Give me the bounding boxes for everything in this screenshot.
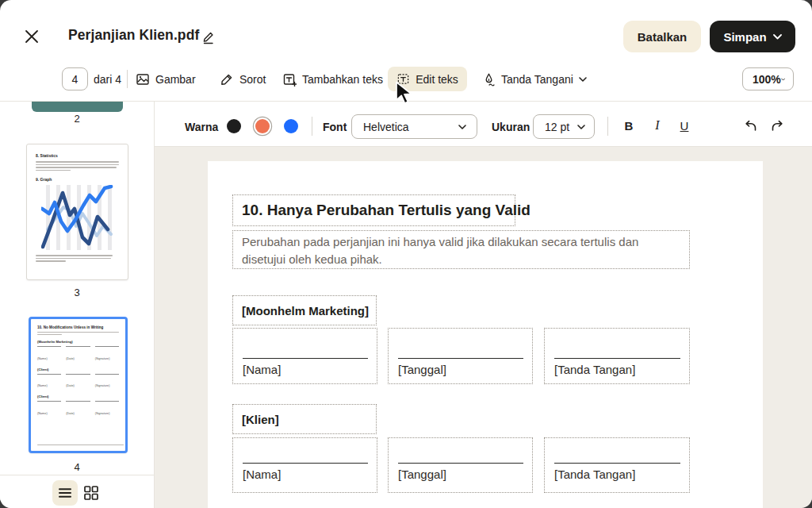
editable-field-box-signature-2[interactable]: [Tanda Tangan] (544, 437, 690, 493)
thumb4-signature-row: (Name) (Date) (Signature) (37, 374, 119, 391)
grid-view-icon (84, 486, 98, 500)
tool-highlight[interactable]: Sorot (220, 71, 266, 88)
grid-view-button[interactable] (83, 485, 99, 501)
editable-field-box-signature-1[interactable]: [Tanda Tangan] (544, 328, 690, 384)
thumb3-heading-statistics: 8. Statistics (36, 153, 119, 158)
tool-sign[interactable]: Tanda Tangani (481, 71, 587, 88)
thumbnail-sidebar: 2 8. Statistics 9. Graph 3 10. No Modifi… (0, 102, 155, 508)
field-date-1: [Tanggal] (398, 363, 446, 376)
thumb4-signature-row: (Name) (Date) (Signature) (37, 401, 119, 418)
color-swatch-orange-selected[interactable] (255, 119, 270, 133)
thumb4-party-2: (Client) (37, 368, 119, 371)
font-value: Helvetica (363, 121, 409, 133)
page-number-input[interactable] (62, 67, 88, 90)
zoom-value: 100% (753, 73, 781, 86)
pen-nib-icon (481, 72, 496, 87)
signature-line (398, 463, 523, 464)
color-label: Warna (185, 121, 218, 133)
bold-button[interactable]: B (619, 115, 639, 136)
editable-party-box[interactable]: [Moonhelm Marketing] (232, 295, 377, 325)
thumbnail-page-4-selected[interactable]: 10. No Modifications Unless in Writing (… (29, 317, 128, 453)
tool-image-label: Gambar (155, 73, 196, 86)
chevron-down-icon (773, 34, 782, 40)
zoom-select[interactable]: 100% (742, 67, 794, 90)
chevron-down-icon (579, 77, 587, 82)
italic-button[interactable]: I (647, 115, 668, 136)
editable-field-box-date-1[interactable]: [Tanggal] (388, 328, 533, 384)
font-select[interactable]: Helvetica (351, 114, 477, 139)
pencil-icon (201, 29, 216, 44)
editable-party-box[interactable]: [Klien] (232, 404, 377, 434)
signature-line (554, 358, 680, 359)
rename-button[interactable] (201, 29, 216, 48)
field-signature-1: [Tanda Tangan] (554, 363, 635, 376)
tool-add-text[interactable]: Tambahkan teks (282, 71, 383, 88)
thumb4-name-label: (Name) (37, 384, 48, 387)
font-label: Font (323, 121, 347, 133)
undo-icon (742, 117, 758, 133)
save-button-label: Simpan (723, 30, 766, 44)
color-swatch-blue[interactable] (284, 119, 298, 133)
editable-heading-box[interactable]: 10. Hanya Perubahan Tertulis yang Valid (232, 194, 515, 226)
format-divider (607, 117, 608, 136)
list-view-button[interactable] (52, 480, 78, 506)
save-button[interactable]: Simpan (710, 21, 795, 52)
cancel-button-label: Batalkan (638, 30, 688, 44)
color-swatch-black[interactable] (227, 119, 241, 133)
close-icon (24, 29, 40, 44)
field-name-1: [Nama] (243, 363, 281, 376)
doc-heading: 10. Hanya Perubahan Tertulis yang Valid (242, 202, 530, 219)
italic-label: I (655, 118, 659, 133)
image-icon (136, 72, 150, 87)
thumbnail-page-2[interactable] (32, 102, 123, 112)
size-label: Ukuran (492, 121, 530, 133)
thumb4-name-label: (Name) (37, 357, 48, 360)
thumb4-signature-label: (Signature) (95, 384, 110, 387)
chevron-down-icon (577, 125, 585, 129)
party-1-label: [Moonhelm Marketing] (242, 304, 369, 318)
thumb4-party-1: (Moonhelm Marketing) (37, 340, 119, 344)
editable-field-box-name-1[interactable]: [Nama] (232, 328, 377, 384)
signature-line (554, 463, 680, 464)
signature-line (243, 463, 368, 464)
page-2-label: 2 (0, 113, 154, 125)
tool-edit-text[interactable]: Edit teks (388, 67, 467, 91)
thumbnail-page-3[interactable]: 8. Statistics 9. Graph (26, 144, 128, 280)
undo-button[interactable] (742, 117, 758, 136)
signature-line (243, 358, 368, 359)
file-title: Perjanjian Klien.pdf (68, 27, 199, 44)
redo-button[interactable] (770, 117, 786, 136)
underline-label: U (680, 119, 689, 133)
thumb4-party-3: (Client) (37, 394, 119, 398)
thumb4-date-label: (Date) (66, 384, 75, 387)
editable-field-box-name-2[interactable]: [Nama] (232, 437, 377, 493)
size-select[interactable]: 12 pt (533, 114, 595, 139)
party-2-label: [Klien] (242, 413, 279, 426)
editable-paragraph-box[interactable]: Perubahan pada perjanjian ini hanya vali… (232, 230, 690, 269)
field-date-2: [Tanggal] (398, 468, 446, 481)
tool-image[interactable]: Gambar (136, 71, 196, 88)
highlighter-pen-icon (220, 72, 234, 87)
thumb4-signature-label: (Signature) (95, 412, 110, 415)
cancel-button[interactable]: Batalkan (623, 21, 701, 52)
editable-field-box-date-2[interactable]: [Tanggal] (388, 437, 533, 493)
size-value: 12 pt (545, 121, 569, 133)
signature-line (398, 358, 523, 359)
thumb3-line-chart (41, 185, 114, 250)
bold-label: B (625, 119, 634, 133)
thumb4-heading: 10. No Modifications Unless in Writing (37, 325, 119, 329)
sidebar-bottom-divider (0, 475, 154, 475)
underline-button[interactable]: U (674, 115, 695, 136)
tool-add-text-label: Tambahkan teks (302, 73, 383, 86)
thumb4-signature-row: (Name) (Date) (Signature) (37, 346, 119, 363)
format-divider (312, 117, 312, 136)
page-3-label: 3 (0, 287, 154, 298)
format-bar: Warna Font Helvetica Ukuran 12 pt B I U (155, 102, 812, 147)
chevron-down-icon (458, 125, 466, 129)
document-canvas[interactable]: 10. Hanya Perubahan Tertulis yang Valid … (155, 147, 812, 508)
edit-text-icon (396, 72, 410, 86)
close-button[interactable] (24, 29, 40, 44)
thumb4-signature-label: (Signature) (95, 357, 110, 360)
redo-icon (770, 117, 786, 133)
pdf-editor-window: Perjanjian Klien.pdf Batalkan Simpan dar… (0, 0, 812, 508)
